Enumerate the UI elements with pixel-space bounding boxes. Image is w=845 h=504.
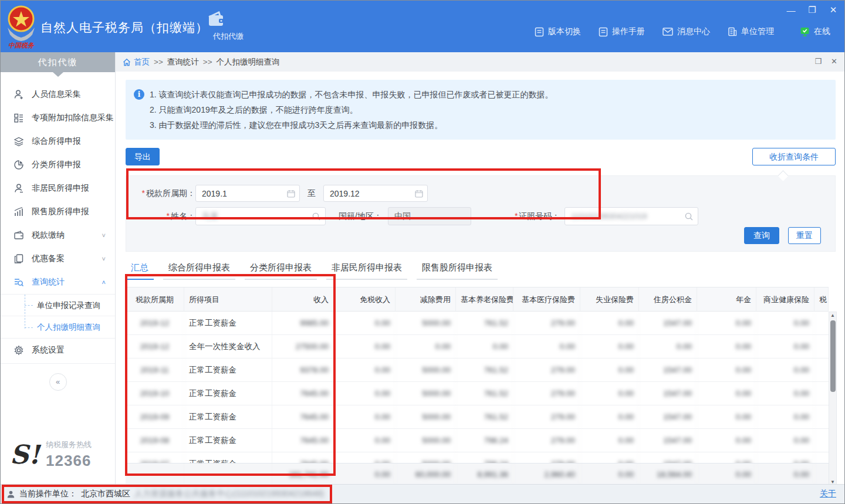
document-icon [599,27,608,37]
nationality-input: 中国 [388,207,471,225]
period-to-input[interactable]: 2019.12 [323,185,428,202]
calendar-icon[interactable] [415,190,423,198]
app-title: 自然人电子税务局（扣缴端） [40,19,208,36]
column-header: 免税收入 [334,287,396,311]
tab-daikou-daijiao-label: 代扣代缴 [207,31,249,42]
table-cell: 0.00 [580,312,639,334]
sidebar-item-special-deduction[interactable]: 专项附加扣除信息采集 [1,106,115,130]
menu-version-switch-label: 版本切换 [548,26,581,37]
period-from-input[interactable]: 2019.1 [195,185,300,202]
current-operating-unit: 当前操作单位：北京市西城区人力资源服务公共服务中心(11101021993042… [6,489,324,499]
scroll-down-arrow[interactable]: ▼ [829,479,836,484]
online-status[interactable]: 在线 [800,26,830,37]
table-cell: 279.00 [513,358,580,381]
sidebar-item-system-settings[interactable]: 系统设置 [1,339,115,362]
online-status-label: 在线 [814,26,830,37]
app-header: 中国税务 自然人电子税务局（扣缴端） 代扣代缴 版本切换 操作手册 [1,1,845,52]
about-link[interactable]: 关于 [820,489,836,499]
pane-close-button[interactable]: ✕ [831,57,837,66]
table-cell: 27500.00 [272,335,334,358]
table-body: 2019-12正常工资薪金9985.000.005000.00761.52279… [126,312,829,463]
tab-daikou-daijiao[interactable]: 代扣代缴 [207,11,249,42]
collapse-query-button[interactable]: 收折查询条件 [752,148,836,165]
scroll-up-arrow[interactable]: ▲ [829,312,836,319]
summary-cell: 2,960.40 [513,464,580,484]
pane-maximize-button[interactable]: ❒ [814,57,822,66]
query-button[interactable]: 查询 [744,227,779,244]
table-row: 2019-11正常工资薪金9378.000.005000.00761.52279… [126,358,829,382]
table-cell: 0.00 [396,335,456,358]
sidebar-item-classified-income[interactable]: 分类所得申报 [1,153,115,177]
summary-cell: 0.00 [756,464,814,484]
reset-button[interactable]: 重置 [788,227,821,244]
tab-nonresident-income[interactable]: 非居民所得申报表 [326,262,407,280]
search-icon[interactable] [312,212,321,221]
sidebar: 代扣代缴 人员信息采集 专项附加扣除信息采集 综合所得申报 分类所得申报 非居民… [1,52,116,485]
notice-text: 1. 该查询统计表仅能查询已申报成功的数据，不包含未申报、申报失败，已申报但已作… [150,87,553,102]
summary-cell: 60,000.00 [396,464,456,484]
close-button[interactable]: ✕ [827,4,840,16]
table-cell: 2019-09 [126,405,184,428]
sidebar-item-comprehensive-income[interactable]: 综合所得申报 [1,130,115,153]
panel-notch [778,170,788,181]
menu-manual[interactable]: 操作手册 [599,26,645,37]
summary-cell: -- [184,464,272,484]
tab-summary[interactable]: 汇总 [126,262,154,280]
menu-version-switch[interactable]: 版本切换 [535,26,581,37]
sidebar-item-label: 非居民所得申报 [32,183,89,194]
menu-message-center[interactable]: 消息中心 [663,26,710,37]
tab-classified-income[interactable]: 分类所得申报表 [245,262,317,280]
chevron-down-icon: ˅ [102,232,106,239]
vertical-scrollbar[interactable]: ▲ ▼ [829,312,837,484]
breadcrumb-home[interactable]: 首页 [123,57,150,67]
sidebar-item-query-statistics[interactable]: 查询统计 ˄ [1,270,115,294]
sidebar-item-nonresident-income[interactable]: 非居民所得申报 [1,177,115,200]
notice-line: 2. 只能查询2019年及之后的数据，不能进行跨年度查询。 [134,102,826,117]
table-cell: 0.00 [513,335,580,358]
sidebar-item-label: 专项附加扣除信息采集 [32,113,114,123]
column-header: 所得项目 [184,287,272,311]
breadcrumb-home-label: 首页 [134,57,150,67]
app-window: { "window": { "minimize": "—", "restore"… [0,0,845,504]
summary-cell: 8,991.36 [456,464,513,484]
sidebar-collapse-button[interactable]: « [49,373,67,391]
table-cell: 761.52 [456,358,513,381]
table-cell: 1547.00 [639,405,697,428]
search-icon[interactable] [684,212,694,221]
table-cell: 1547.00 [639,382,697,405]
menu-unit-management[interactable]: 单位管理 [728,26,774,37]
summary-cell: 0.00 [697,464,756,484]
notice-box: i 1. 该查询统计表仅能查询已申报成功的数据，不包含未申报、申报失败，已申报但… [126,80,836,140]
tax-emblem-logo: 中国税务 [5,4,37,49]
submenu-item-unit-declaration-query[interactable]: 单位申报记录查询 [1,295,115,316]
summary-cell: 0.00 [580,464,639,484]
table-cell: 正常工资薪金 [184,405,272,428]
export-button[interactable]: 导出 [126,148,160,165]
table-row: 2019-12正常工资薪金9985.000.005000.00761.52279… [126,312,829,335]
window-controls: — ❐ ✕ [785,4,840,16]
tab-comprehensive-income[interactable]: 综合所得申报表 [163,262,235,280]
table-cell: 0.00 [580,452,639,463]
home-icon [123,58,131,66]
sidebar-item-tax-payment[interactable]: 税款缴纳 ˅ [1,224,115,247]
table-cell: 0.00 [334,335,396,358]
sidebar-item-personnel-info[interactable]: 人员信息采集 [1,83,115,106]
name-input[interactable]: 马某 [195,207,326,225]
tab-restricted-shares[interactable]: 限售股所得申报表 [417,262,498,280]
table-cell: 761.52 [456,382,513,405]
sidebar-item-preference-record[interactable]: 优惠备案 ˅ [1,247,115,270]
sidebar-item-label: 人员信息采集 [32,89,81,100]
column-header: 税 [814,287,829,311]
submenu-item-personal-withholding-query[interactable]: 个人扣缴明细查询 [1,316,115,338]
minimize-button[interactable]: — [785,4,797,16]
form-list-icon [13,113,24,123]
toolbar: 导出 收折查询条件 [126,148,836,165]
restore-button[interactable]: ❐ [806,4,819,16]
sidebar-item-restricted-shares[interactable]: 限售股所得申报 [1,200,115,224]
vertical-scroll-thumb[interactable] [830,320,836,392]
online-monitor-check-icon [800,27,810,36]
result-table: 税款所属期所得项目收入免税收入减除费用基本养老保险费基本医疗保险费失业保险费住房… [126,287,837,484]
id-number-input[interactable]: 110102199304221019 [565,207,698,225]
table-cell: 0.00 [334,312,396,334]
calendar-icon[interactable] [287,190,295,198]
